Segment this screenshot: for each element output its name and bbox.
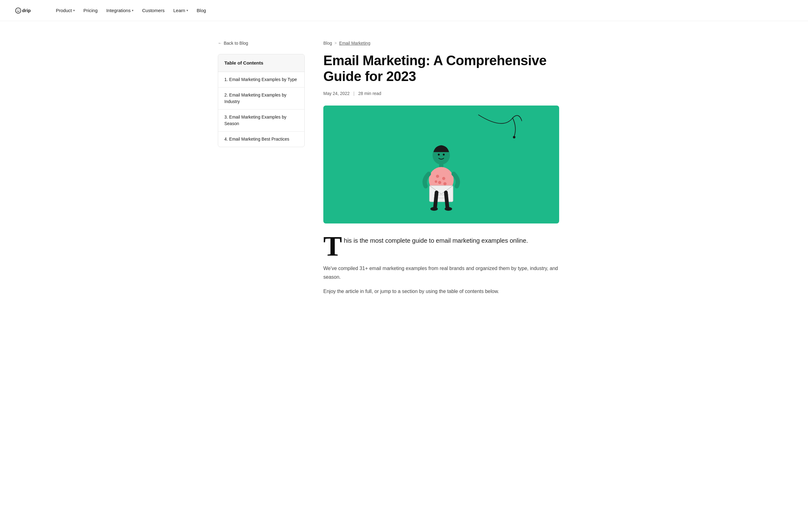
toc-list: 1. Email Marketing Examples by Type 2. E… xyxy=(218,72,305,147)
toc-item-2-label: Email Marketing Examples by Industry xyxy=(224,92,287,104)
svg-point-2 xyxy=(19,10,19,10)
toc-item-3-label: Email Marketing Examples by Season xyxy=(224,114,287,126)
nav-item-customers[interactable]: Customers xyxy=(139,4,168,17)
learn-chevron-icon: ▾ xyxy=(186,8,188,13)
nav-product-label: Product xyxy=(56,7,72,14)
back-to-blog-link[interactable]: ← Back to Blog xyxy=(218,40,305,47)
back-arrow-icon: ← xyxy=(218,40,222,47)
toc-item-1-number: 1. xyxy=(224,77,228,82)
body-paragraph-2: Enjoy the article in full, or jump to a … xyxy=(323,287,559,296)
sidebar: ← Back to Blog Table of Contents 1. Emai… xyxy=(218,40,305,301)
article-main: Blog > Email Marketing Email Marketing: … xyxy=(323,40,559,301)
nav-item-product[interactable]: Product ▾ xyxy=(52,4,78,17)
back-to-blog-label: Back to Blog xyxy=(224,40,248,47)
svg-point-14 xyxy=(435,180,437,183)
nav-customers-label: Customers xyxy=(142,7,165,14)
toc-item-1[interactable]: 1. Email Marketing Examples by Type xyxy=(218,72,305,88)
breadcrumb-separator: > xyxy=(334,40,337,46)
drop-cap-paragraph: T his is the most complete guide to emai… xyxy=(323,236,559,257)
svg-point-10 xyxy=(436,175,439,178)
nav-links: Product ▾ Pricing Integrations ▾ Custome… xyxy=(52,4,210,17)
hero-image xyxy=(323,106,559,223)
toc-item-4[interactable]: 4. Email Marketing Best Practices xyxy=(218,132,305,147)
main-nav: drip Product ▾ Pricing Integrations ▾ Cu… xyxy=(0,0,808,21)
svg-text:drip: drip xyxy=(22,8,31,13)
nav-item-pricing[interactable]: Pricing xyxy=(80,4,102,17)
svg-point-6 xyxy=(438,154,440,155)
drop-cap-letter: T xyxy=(323,236,342,257)
toc-heading: Table of Contents xyxy=(218,54,305,72)
svg-point-18 xyxy=(430,207,438,211)
drop-cap-text: his is the most complete guide to email … xyxy=(344,236,528,245)
svg-point-7 xyxy=(443,154,445,155)
nav-item-blog[interactable]: Blog xyxy=(193,4,210,17)
nav-integrations-label: Integrations xyxy=(106,7,131,14)
article-read-time: 28 min read xyxy=(358,90,381,97)
nav-blog-label: Blog xyxy=(197,7,206,14)
svg-point-12 xyxy=(438,181,441,184)
hero-illustration xyxy=(323,106,559,223)
svg-point-1 xyxy=(17,10,18,10)
svg-point-13 xyxy=(443,182,446,185)
toc-item-2[interactable]: 2. Email Marketing Examples by Industry xyxy=(218,88,305,110)
product-chevron-icon: ▾ xyxy=(73,8,75,13)
toc-item-4-number: 4. xyxy=(224,136,228,142)
article-meta: May 24, 2022 | 28 min read xyxy=(323,90,559,97)
svg-point-11 xyxy=(442,177,445,180)
toc-item-4-label: Email Marketing Best Practices xyxy=(229,136,290,142)
svg-point-0 xyxy=(16,8,21,13)
nav-item-learn[interactable]: Learn ▾ xyxy=(169,4,191,17)
logo-link[interactable]: drip xyxy=(15,5,40,16)
table-of-contents: Table of Contents 1. Email Marketing Exa… xyxy=(218,54,305,147)
nav-pricing-label: Pricing xyxy=(84,7,98,14)
toc-item-3-number: 3. xyxy=(224,114,228,120)
svg-point-4 xyxy=(513,136,515,139)
article-date: May 24, 2022 xyxy=(323,90,350,97)
toc-item-2-number: 2. xyxy=(224,92,228,97)
breadcrumb-blog-link[interactable]: Blog xyxy=(323,40,332,47)
nav-learn-label: Learn xyxy=(173,7,185,14)
breadcrumb-current: Email Marketing xyxy=(339,40,370,47)
hero-svg xyxy=(361,112,522,217)
page-container: ← Back to Blog Table of Contents 1. Emai… xyxy=(205,21,603,320)
meta-separator: | xyxy=(353,90,355,97)
nav-item-integrations[interactable]: Integrations ▾ xyxy=(103,4,137,17)
body-paragraph-1: We've compiled 31+ email marketing examp… xyxy=(323,264,559,281)
logo-svg: drip xyxy=(15,5,40,16)
toc-item-3[interactable]: 3. Email Marketing Examples by Season xyxy=(218,110,305,132)
svg-point-19 xyxy=(445,207,452,211)
article-title: Email Marketing: A Comprehensive Guide f… xyxy=(323,53,559,84)
breadcrumb: Blog > Email Marketing xyxy=(323,40,559,47)
integrations-chevron-icon: ▾ xyxy=(132,8,133,13)
toc-item-1-label: Email Marketing Examples by Type xyxy=(229,77,297,82)
